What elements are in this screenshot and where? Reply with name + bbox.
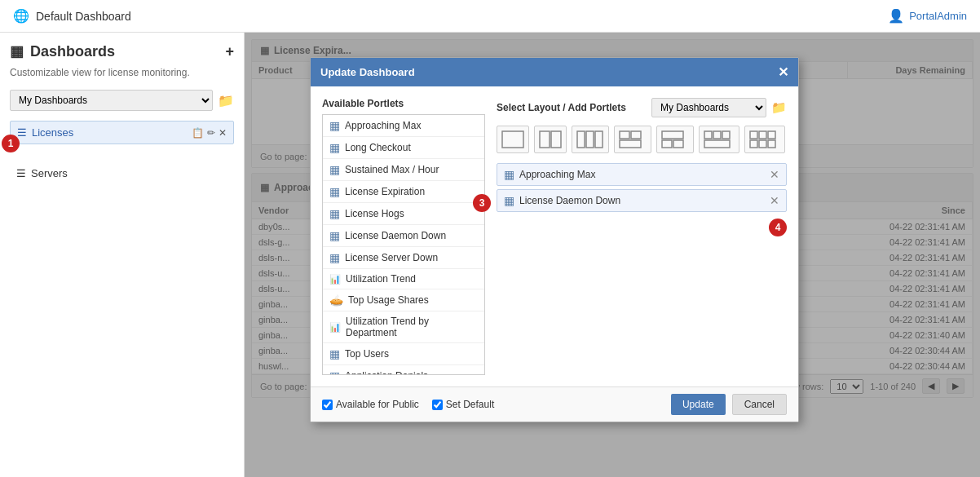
edit-icon[interactable]: ✏ — [207, 127, 215, 139]
svg-rect-21 — [768, 140, 775, 148]
portlet-list[interactable]: ▦ Approaching Max ▦ Long Checkout ▦ Sust… — [322, 114, 485, 375]
portlet-item-top-usage-shares[interactable]: 🥧 Top Usage Shares — [323, 289, 484, 311]
sidebar-item-actions: 📋 ✏ ✕ — [192, 127, 227, 139]
update-button[interactable]: Update — [671, 394, 726, 415]
delete-icon[interactable]: ✕ — [219, 127, 227, 139]
portlet-icon-license-expiration: ▦ — [329, 185, 340, 198]
sidebar-item-licenses[interactable]: ☰ Licenses 📋 ✏ ✕ — [10, 121, 234, 144]
layout-selector — [497, 126, 787, 153]
layout-mixed-icon — [748, 130, 781, 149]
modal-layout-panel: Select Layout / Add Portlets My Dashboar… — [497, 98, 787, 375]
annotation-badge-1: 1 — [2, 135, 20, 152]
svg-rect-17 — [759, 131, 766, 139]
portlet-item-license-daemon-down[interactable]: ▦ License Daemon Down — [323, 225, 484, 247]
svg-rect-16 — [750, 131, 757, 139]
modal-footer-checks: Available for Public Set Default — [322, 399, 494, 410]
portlet-item-sustained-max[interactable]: ▦ Sustained Max / Hour — [323, 159, 484, 181]
added-portlet-icon-license-daemon-down: ▦ — [504, 194, 514, 207]
layout-1-2col[interactable] — [656, 126, 694, 153]
modal-footer: Available for Public Set Default Update … — [311, 386, 798, 422]
dashboards-icon: ▦ — [10, 42, 24, 60]
added-portlet-approaching-max: ▦ Approaching Max ✕ — [497, 163, 787, 186]
available-portlets-label: Available Portlets — [322, 98, 485, 109]
portlet-icon-application-denials: ▦ — [329, 369, 340, 375]
user-area: 👤 PortalAdmin — [888, 8, 967, 24]
portlet-icon-long-checkout: ▦ — [329, 141, 340, 154]
layout-3col[interactable] — [572, 126, 609, 153]
layout-2col-icon — [538, 130, 563, 149]
sidebar: ▦ Dashboards + Customizable view for lic… — [0, 33, 245, 477]
dashboard-title: Default Dashboard — [36, 10, 131, 23]
globe-icon: 🌐 — [13, 8, 29, 24]
layout-3-1col[interactable] — [699, 126, 739, 153]
layout-1col[interactable] — [497, 126, 529, 153]
set-default-checkbox-label[interactable]: Set Default — [432, 399, 494, 410]
svg-rect-19 — [750, 140, 757, 148]
modal-footer-buttons: Update Cancel — [671, 394, 787, 415]
select-layout-label: Select Layout / Add Portlets — [497, 102, 626, 113]
sidebar-folder-icon[interactable]: 📁 — [218, 93, 234, 108]
svg-rect-12 — [704, 131, 712, 139]
layout-mixed[interactable] — [744, 126, 785, 153]
portlet-icon-approaching-max: ▦ — [329, 119, 340, 132]
svg-rect-15 — [704, 140, 730, 148]
portlet-icon-sustained-max: ▦ — [329, 163, 340, 176]
sidebar-dropdown-row: My Dashboards Shared Dashboards 📁 — [10, 90, 234, 111]
svg-rect-14 — [722, 131, 730, 139]
remove-approaching-max-button[interactable]: ✕ — [770, 168, 779, 181]
modal-dashboard-dropdown[interactable]: My Dashboards Shared Dashboards — [651, 98, 766, 117]
svg-rect-10 — [662, 140, 672, 148]
cancel-button[interactable]: Cancel — [732, 394, 787, 415]
svg-rect-18 — [768, 131, 775, 139]
modal-folder-icon[interactable]: 📁 — [771, 100, 787, 115]
svg-rect-6 — [620, 131, 629, 139]
portlet-item-application-denials[interactable]: ▦ Application Denials — [323, 365, 484, 375]
sidebar-title: ▦ Dashboards + — [10, 42, 234, 60]
modal-title: Update Dashboard — [320, 66, 415, 78]
portlet-item-license-server-down[interactable]: ▦ License Server Down — [323, 247, 484, 269]
svg-rect-0 — [502, 131, 523, 148]
portlet-item-utilization-trend[interactable]: 📊 Utilization Trend — [323, 269, 484, 289]
remove-license-daemon-down-button[interactable]: ✕ — [770, 194, 779, 207]
top-bar: 🌐 Default Dashboard 👤 PortalAdmin — [0, 0, 980, 33]
copy-icon[interactable]: 📋 — [192, 127, 204, 139]
main-layout: ▦ Dashboards + Customizable view for lic… — [0, 33, 980, 477]
svg-rect-1 — [540, 131, 550, 148]
layout-3-1col-icon — [703, 130, 735, 149]
available-for-public-checkbox[interactable] — [322, 400, 333, 410]
my-dashboards-dropdown[interactable]: My Dashboards Shared Dashboards — [10, 90, 213, 111]
portlet-item-license-expiration[interactable]: ▦ License Expiration — [323, 181, 484, 203]
svg-rect-9 — [662, 131, 683, 139]
svg-rect-2 — [551, 131, 561, 148]
annotation-4-area: 4 — [497, 219, 787, 236]
svg-rect-20 — [759, 140, 766, 148]
modal-close-button[interactable]: ✕ — [778, 64, 788, 80]
portlet-icon-license-server-down: ▦ — [329, 251, 340, 264]
portlet-item-long-checkout[interactable]: ▦ Long Checkout — [323, 137, 484, 159]
svg-rect-5 — [595, 131, 603, 148]
layout-2-1col[interactable] — [614, 126, 651, 153]
portlet-item-utilization-trend-dept[interactable]: 📊 Utilization Trend by Department — [323, 311, 484, 343]
modal-right-controls: My Dashboards Shared Dashboards 📁 — [651, 98, 787, 117]
sidebar-subtitle: Customizable view for license monitoring… — [10, 67, 234, 78]
servers-nav-icon: ☰ — [16, 167, 26, 179]
svg-rect-7 — [631, 131, 641, 139]
layout-2col[interactable] — [534, 126, 567, 153]
update-dashboard-modal: Update Dashboard ✕ Available Portlets ▦ … — [310, 57, 799, 422]
modal-header: Update Dashboard ✕ — [311, 58, 798, 86]
portlet-icon-top-users: ▦ — [329, 347, 340, 360]
add-dashboard-button[interactable]: + — [225, 43, 234, 60]
annotation-badge-3: 3 — [473, 194, 491, 212]
modal-portlets-panel: Available Portlets ▦ Approaching Max ▦ L… — [322, 98, 485, 375]
added-portlet-license-daemon-down: ▦ License Daemon Down ✕ — [497, 189, 787, 212]
portlet-icon-license-hogs: ▦ — [329, 207, 340, 220]
sidebar-item-servers[interactable]: ☰ Servers — [10, 162, 234, 184]
portlet-item-approaching-max[interactable]: ▦ Approaching Max — [323, 115, 484, 137]
portlet-icon-license-daemon-down: ▦ — [329, 229, 340, 242]
portlet-item-top-users[interactable]: ▦ Top Users — [323, 343, 484, 365]
set-default-checkbox[interactable] — [432, 400, 443, 410]
available-for-public-checkbox-label[interactable]: Available for Public — [322, 399, 419, 410]
annotation-badge-3-container: 3 — [473, 194, 491, 212]
portlet-item-license-hogs[interactable]: ▦ License Hogs — [323, 203, 484, 225]
portlet-icon-utilization-trend-dept: 📊 — [329, 322, 341, 333]
